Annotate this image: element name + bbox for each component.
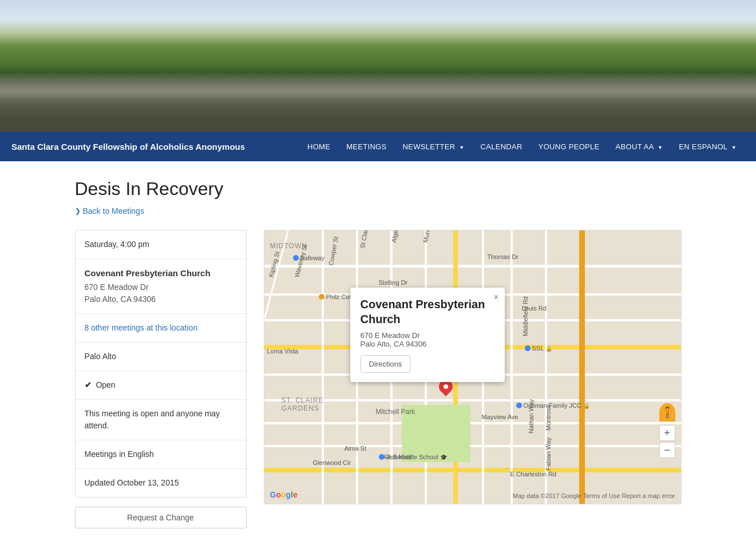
info-panel: Saturday, 4:00 pm Covenant Presbyterian … <box>75 230 247 528</box>
jcc-marker: Oshman Family JCC 🔒 <box>516 402 590 409</box>
ssl-label: SSL <box>532 345 544 352</box>
street-label-alger: Alger Dr <box>390 230 401 243</box>
street-label-alma: Alma St <box>345 445 367 452</box>
zoom-in-button[interactable]: + <box>659 425 675 441</box>
popup-close-button[interactable]: × <box>493 292 498 303</box>
other-meetings-row: 8 other meetings at this location <box>76 314 246 343</box>
nav-link-newsletter[interactable]: NEWSLETTER ▼ <box>395 133 473 160</box>
map-container[interactable]: MIDTOWN ST. CLAIREGARDENS Middlefield Rd… <box>264 230 682 504</box>
road-h6 <box>264 399 681 401</box>
jcc-icon: 🔒 <box>583 403 590 409</box>
city-row: Palo Alto <box>76 343 246 371</box>
newsletter-dropdown-arrow: ▼ <box>459 145 464 150</box>
schedule-row: Saturday, 4:00 pm <box>76 230 246 259</box>
jcc-dot <box>516 403 522 408</box>
nav-link-young-people[interactable]: YOUNG PEOPLE <box>531 133 608 160</box>
updated-row: Updated October 13, 2015 <box>76 469 246 497</box>
safeway-marker: Safeway <box>293 254 324 261</box>
g-letter-red2: e <box>293 490 298 499</box>
nav-item-calendar[interactable]: CALENDAR <box>472 133 530 160</box>
nav-item-home[interactable]: HOME <box>299 133 338 160</box>
jcc-label: Oshman Family JCC <box>524 402 581 409</box>
street-label-louis: Louis Rd <box>522 305 547 312</box>
nav-link-espanol[interactable]: EN ESPANOL ▼ <box>671 133 745 160</box>
road-v7 <box>510 230 513 504</box>
info-table: Saturday, 4:00 pm Covenant Presbyterian … <box>75 230 247 498</box>
site-brand: Santa Clara County Fellowship of Alcohol… <box>11 142 299 152</box>
nav-item-young-people[interactable]: YOUNG PEOPLE <box>531 133 608 160</box>
location-row: Covenant Presbyterian Church 670 E Meado… <box>76 259 246 314</box>
other-meetings-link[interactable]: 8 other meetings at this location <box>85 323 198 332</box>
nav-menu: HOME MEETINGS NEWSLETTER ▼ CALENDAR YOUN… <box>299 133 745 160</box>
nav-link-meetings[interactable]: MEETINGS <box>338 133 394 160</box>
street-label-fabian: Fabian Way <box>545 437 552 471</box>
description-row: This meeting is open and anyone may atte… <box>76 400 246 440</box>
pegman-control[interactable]: 🧍 <box>659 403 675 421</box>
road-101-v <box>579 230 585 504</box>
back-to-meetings-link[interactable]: ❯ Back to Meetings <box>75 206 144 216</box>
jls-dot <box>379 454 385 460</box>
directions-button[interactable]: Directions <box>361 355 411 373</box>
popup-address: 670 E Meadow Dr Palo Alto, CA 94306 <box>361 331 494 348</box>
street-label-glenwood: Glenwood Cir <box>313 459 351 466</box>
navbar: Santa Clara County Fellowship of Alcohol… <box>0 132 756 161</box>
street-label-stelling: Stelling Dr <box>379 279 408 286</box>
ssl-marker: SSL 🔒 <box>525 345 553 352</box>
status-row: ✔ Open <box>76 371 246 400</box>
hero-image <box>0 0 756 132</box>
jls-label: JLS Middle School <box>386 453 438 460</box>
nav-item-meetings[interactable]: MEETINGS <box>338 133 394 160</box>
g-letter-red: o <box>276 490 281 499</box>
map-location-pin <box>439 380 453 398</box>
street-label-middlefield: Middlefield Rd <box>522 296 529 336</box>
street-label-meadow: Loma Vista <box>267 348 299 355</box>
content-grid: Saturday, 4:00 pm Covenant Presbyterian … <box>75 230 682 528</box>
page-title: Desis In Recovery <box>75 178 682 200</box>
street-label-stclaire: St Claire <box>359 230 370 249</box>
road-h8 <box>264 445 681 447</box>
philz-dot <box>319 294 324 300</box>
nav-link-about-aa[interactable]: ABOUT AA ▼ <box>608 133 671 160</box>
mitchell-park-label: Mitchell Park <box>376 408 415 416</box>
espanol-dropdown-arrow: ▼ <box>731 145 737 150</box>
street-label-cowper: Cowper St <box>327 236 339 266</box>
g-letter-blue2: g <box>286 490 291 499</box>
map-background: MIDTOWN ST. CLAIREGARDENS Middlefield Rd… <box>264 230 681 504</box>
street-label-thomas: Thomas Dr <box>488 253 518 260</box>
jls-marker: JLS Middle School 🎓 <box>379 453 447 460</box>
g-letter-yellow: o <box>281 490 286 499</box>
zoom-out-button[interactable]: − <box>659 442 675 458</box>
road-h1 <box>264 265 681 268</box>
g-letter-blue: G <box>270 490 276 499</box>
language-row: Meetings in English <box>76 440 246 469</box>
street-label-mayview: Mayview Ave <box>482 413 518 420</box>
nav-item-espanol[interactable]: EN ESPANOL ▼ <box>671 133 745 160</box>
street-label-murdoch: Murdoch Dr <box>422 230 434 243</box>
nav-link-calendar[interactable]: CALENDAR <box>472 133 530 160</box>
main-content: Desis In Recovery ❯ Back to Meetings Sat… <box>64 161 693 546</box>
ssl-icon: 🔒 <box>545 345 552 352</box>
st-claire-label: ST. CLAIREGARDENS <box>282 396 324 412</box>
map-popup: × Covenant Presbyterian Church 670 E Mea… <box>350 288 505 382</box>
back-chevron-icon: ❯ <box>75 207 81 215</box>
request-change-button[interactable]: Request a Change <box>75 507 247 528</box>
google-logo: Google <box>270 490 298 499</box>
popup-title: Covenant Presbyterian Church <box>361 297 494 327</box>
street-label-charleston: E Charleston Rd <box>510 471 557 478</box>
nav-item-about-aa[interactable]: ABOUT AA ▼ <box>608 133 671 160</box>
nav-link-home[interactable]: HOME <box>299 133 338 160</box>
map-footer: Map data ©2017 Google Terms of Use Repor… <box>513 492 675 499</box>
safeway-dot <box>293 255 299 261</box>
nav-item-newsletter[interactable]: NEWSLETTER ▼ <box>395 133 473 160</box>
map-controls: 🧍 + − <box>659 403 675 458</box>
check-icon: ✔ <box>85 380 92 389</box>
road-charleston-h <box>264 468 681 472</box>
safeway-label: Safeway <box>300 254 324 261</box>
ssl-dot <box>525 345 531 351</box>
about-aa-dropdown-arrow: ▼ <box>658 145 663 150</box>
jls-icon: 🎓 <box>440 454 447 460</box>
road-h7 <box>264 422 681 424</box>
